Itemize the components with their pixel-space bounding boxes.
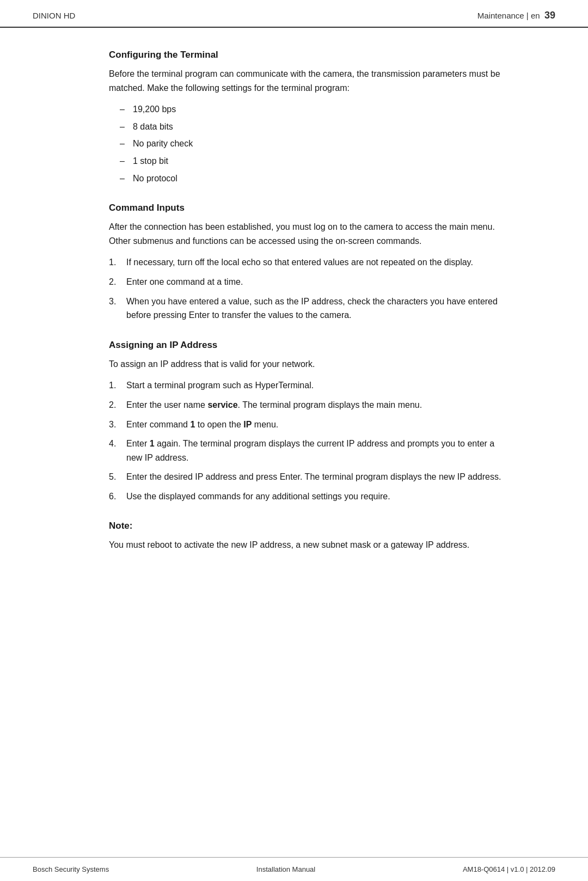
list-num: 3. bbox=[109, 295, 126, 309]
list-item-text: Use the displayed commands for any addit… bbox=[126, 490, 506, 504]
footer-company: Bosch Security Systems bbox=[33, 865, 109, 873]
section-intro-command-inputs: After the connection has been establishe… bbox=[109, 220, 506, 248]
section-intro-configuring: Before the terminal program can communic… bbox=[109, 67, 506, 95]
list-item-text: 1 stop bit bbox=[133, 156, 168, 166]
list-num: 4. bbox=[109, 437, 126, 451]
list-item: 3. Enter command 1 to open the IP menu. bbox=[109, 418, 506, 432]
footer-doc-id: AM18-Q0614 | v1.0 | 2012.09 bbox=[463, 865, 555, 873]
section-assigning-ip: Assigning an IP Address To assign an IP … bbox=[109, 340, 506, 504]
list-num: 5. bbox=[109, 470, 126, 484]
list-item-text: Enter 1 again. The terminal program disp… bbox=[126, 437, 506, 464]
list-item: 3. When you have entered a value, such a… bbox=[109, 295, 506, 322]
list-item: 4. Enter 1 again. The terminal program d… bbox=[109, 437, 506, 464]
list-num: 2. bbox=[109, 275, 126, 289]
page-wrapper: DINION HD Maintenance | en 39 Configurin… bbox=[0, 0, 588, 881]
list-item-text: Enter one command at a time. bbox=[126, 275, 506, 289]
bold-ip: IP bbox=[243, 420, 252, 429]
section-body-note: You must reboot to activate the new IP a… bbox=[109, 538, 506, 552]
list-item-text: Enter the user name service. The termina… bbox=[126, 398, 506, 412]
section-title-note: Note: bbox=[109, 521, 506, 531]
list-num: 2. bbox=[109, 398, 126, 412]
header-product: DINION HD bbox=[33, 11, 75, 20]
header-section-label: Maintenance | en bbox=[477, 11, 544, 20]
bold-1: 1 bbox=[190, 420, 195, 429]
section-title-command-inputs: Command Inputs bbox=[109, 203, 506, 213]
list-num: 1. bbox=[109, 255, 126, 270]
section-title-assigning-ip: Assigning an IP Address bbox=[109, 340, 506, 351]
bold-service: service bbox=[207, 400, 237, 409]
section-title-configuring: Configuring the Terminal bbox=[109, 50, 506, 60]
dash-list-settings: 19,200 bps 8 data bits No parity check 1… bbox=[109, 102, 506, 185]
list-item-text: Start a terminal program such as HyperTe… bbox=[126, 378, 506, 393]
list-item: 1. If necessary, turn off the local echo… bbox=[109, 255, 506, 270]
list-item-text: No protocol bbox=[133, 174, 177, 183]
list-item-text: If necessary, turn off the local echo so… bbox=[126, 255, 506, 270]
list-item-text: When you have entered a value, such as t… bbox=[126, 295, 506, 322]
list-item-text: 19,200 bps bbox=[133, 105, 176, 114]
page-number: 39 bbox=[544, 10, 555, 21]
list-item-text: Enter command 1 to open the IP menu. bbox=[126, 418, 506, 432]
list-item-text: No parity check bbox=[133, 139, 193, 148]
list-item: 19,200 bps bbox=[120, 102, 506, 117]
list-item: 1 stop bit bbox=[120, 154, 506, 168]
page-content: Configuring the Terminal Before the term… bbox=[0, 28, 588, 857]
list-item-text: Enter the desired IP address and press E… bbox=[126, 470, 506, 484]
list-item: 1. Start a terminal program such as Hype… bbox=[109, 378, 506, 393]
section-configuring-terminal: Configuring the Terminal Before the term… bbox=[109, 50, 506, 185]
list-num: 3. bbox=[109, 418, 126, 432]
section-command-inputs: Command Inputs After the connection has … bbox=[109, 203, 506, 322]
section-intro-assigning-ip: To assign an IP address that is valid fo… bbox=[109, 357, 506, 371]
list-item: No parity check bbox=[120, 137, 506, 151]
list-item: 5. Enter the desired IP address and pres… bbox=[109, 470, 506, 484]
bold-1-again: 1 bbox=[150, 439, 155, 448]
list-item: 8 data bits bbox=[120, 120, 506, 134]
list-item: 2. Enter the user name service. The term… bbox=[109, 398, 506, 412]
list-item: 6. Use the displayed commands for any ad… bbox=[109, 490, 506, 504]
list-item: No protocol bbox=[120, 172, 506, 186]
numbered-list-command: 1. If necessary, turn off the local echo… bbox=[109, 255, 506, 322]
page-footer: Bosch Security Systems Installation Manu… bbox=[0, 857, 588, 881]
page-header: DINION HD Maintenance | en 39 bbox=[0, 0, 588, 28]
list-item-text: 8 data bits bbox=[133, 122, 173, 131]
section-note: Note: You must reboot to activate the ne… bbox=[109, 521, 506, 552]
list-item: 2. Enter one command at a time. bbox=[109, 275, 506, 289]
header-section: Maintenance | en 39 bbox=[477, 10, 555, 21]
list-num: 6. bbox=[109, 490, 126, 504]
numbered-list-ip: 1. Start a terminal program such as Hype… bbox=[109, 378, 506, 503]
list-num: 1. bbox=[109, 378, 126, 393]
footer-manual: Installation Manual bbox=[256, 865, 315, 873]
